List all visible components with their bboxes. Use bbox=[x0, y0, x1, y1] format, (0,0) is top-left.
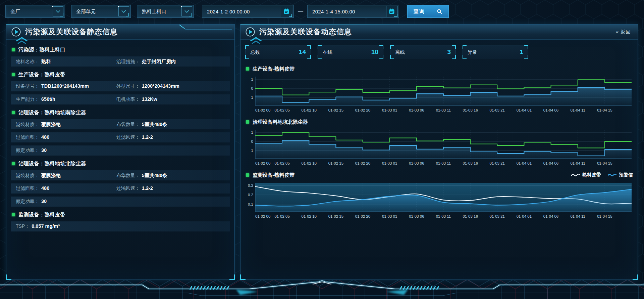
stat-label: 异常 bbox=[468, 49, 477, 55]
chart-title: 治理设备料地坑北除尘器 bbox=[253, 119, 308, 125]
corner-bracket bbox=[452, 45, 456, 49]
field-label: 物料名称： bbox=[16, 59, 39, 65]
stat-label: 离线 bbox=[395, 49, 405, 55]
section-header: 生产设备：熟料皮带 bbox=[11, 70, 230, 80]
field-value: 0.057 mg/m³ bbox=[32, 223, 60, 229]
panel-corner-bracket bbox=[240, 274, 246, 280]
select-plant[interactable]: 全厂 bbox=[5, 5, 65, 18]
green-square-icon bbox=[12, 48, 15, 51]
field-value: 132Kw bbox=[142, 96, 157, 102]
select-unit[interactable]: 全部单元 bbox=[71, 5, 131, 18]
field-label: TSP： bbox=[16, 223, 30, 229]
chart-block-monitor: 监测设备-熟料皮带熟料皮带预警信0.30.20.101-02 0001-02 0… bbox=[245, 171, 633, 220]
play-icon bbox=[245, 27, 255, 37]
svg-text:01-02 15: 01-02 15 bbox=[328, 161, 343, 165]
field-value: TDB1200*204143mm bbox=[41, 83, 89, 89]
static-panel-title: 污染源及关联设备静态信息 bbox=[25, 27, 118, 37]
svg-text:01-03 06: 01-03 06 bbox=[409, 214, 424, 218]
section-title: 治理设备：熟料地坑南除尘器 bbox=[18, 109, 86, 116]
section-title: 污染源：熟料上料口 bbox=[18, 46, 65, 53]
calendar-icon[interactable] bbox=[386, 6, 397, 17]
field-label: 额定功率： bbox=[16, 147, 39, 154]
info-cell: 滤袋材质：覆膜涤纶 bbox=[16, 172, 116, 179]
main-content: 污染源及关联设备静态信息 污染源：熟料上料口物料名称：熟料治理措施：处于封闭厂房… bbox=[6, 24, 638, 280]
svg-text:01-02 15: 01-02 15 bbox=[328, 214, 343, 218]
field-label: 过滤面积： bbox=[16, 134, 39, 140]
svg-text:01-03 11: 01-03 11 bbox=[436, 108, 451, 112]
panel-corner-bracket bbox=[633, 274, 638, 280]
field-label: 过滤面积： bbox=[16, 185, 39, 191]
info-cell: 布袋数量：5室共480条 bbox=[116, 121, 230, 128]
legend-label: 熟料皮带 bbox=[582, 172, 601, 178]
green-square-icon bbox=[12, 162, 15, 165]
info-row: 滤袋材质：覆膜涤纶布华数量：5室共480条 bbox=[11, 170, 230, 180]
svg-text:01-02 05: 01-02 05 bbox=[274, 161, 289, 165]
svg-text:01-03 01: 01-03 01 bbox=[382, 214, 397, 218]
svg-text:-1: -1 bbox=[250, 95, 253, 99]
info-cell: TSP：0.057 mg/m³ bbox=[16, 223, 116, 229]
static-panel-header: 污染源及关联设备静态信息 bbox=[6, 25, 234, 40]
legend-item[interactable]: 熟料皮带 bbox=[571, 172, 601, 178]
info-cell: 过滤面积：480 bbox=[16, 134, 116, 140]
field-label: 治理措施： bbox=[116, 59, 140, 65]
field-value: 覆膜涤纶 bbox=[41, 172, 61, 179]
info-cell: 过鸿风速：1.2-2 bbox=[116, 185, 230, 191]
select-source-value: 熟料上料口 bbox=[142, 8, 166, 15]
chevron-up-decoration bbox=[249, 37, 263, 44]
static-info-list: 污染源：熟料上料口物料名称：熟料治理措施：处于封闭厂房内生产设备：熟料皮带设备型… bbox=[6, 40, 234, 239]
stats-row: 总数14在线10离线3异常1 bbox=[245, 45, 633, 59]
date-end-value: 2024-1-4 15:00:00 bbox=[312, 9, 355, 14]
svg-text:01-04 01: 01-04 01 bbox=[517, 214, 532, 218]
field-value: 1200*204143mm bbox=[142, 83, 179, 89]
info-row: 设备型号：TDB1200*204143mm外型尺寸：1200*204143mm bbox=[11, 81, 230, 91]
stat-value: 1 bbox=[520, 48, 523, 56]
info-cell: 电机功率：132Kw bbox=[116, 96, 230, 102]
stat-abnormal: 异常1 bbox=[463, 45, 528, 59]
svg-text:01-04 11: 01-04 11 bbox=[570, 108, 585, 112]
green-square-icon bbox=[12, 73, 15, 76]
date-start-input[interactable]: 2024-1-2 00:00:00 bbox=[202, 5, 294, 18]
svg-text:01-03 16: 01-03 16 bbox=[463, 214, 478, 218]
svg-text:0.3: 0.3 bbox=[248, 183, 253, 187]
field-value: 5室共480条 bbox=[142, 121, 167, 128]
chevron-down-icon[interactable] bbox=[118, 6, 129, 16]
info-cell: 额定功率：30 bbox=[16, 147, 116, 154]
info-row: 物料名称：熟料治理措施：处于封闭厂房内 bbox=[11, 56, 230, 67]
section-title: 监测设备：熟料皮带 bbox=[18, 211, 65, 218]
query-button-label: 查询 bbox=[414, 8, 425, 15]
chevron-down-icon[interactable] bbox=[181, 6, 192, 16]
corner-bracket bbox=[524, 45, 528, 49]
info-row: 额定功率：30 bbox=[11, 197, 230, 207]
calendar-icon[interactable] bbox=[281, 6, 292, 17]
select-unit-value: 全部单元 bbox=[76, 8, 96, 15]
field-value: 480 bbox=[41, 185, 49, 191]
legend-item[interactable]: 预警信 bbox=[608, 172, 633, 178]
svg-text:0.2: 0.2 bbox=[248, 193, 253, 197]
search-icon bbox=[437, 9, 442, 14]
field-label: 滤袋材质： bbox=[16, 122, 39, 128]
select-source[interactable]: 熟料上料口 bbox=[137, 5, 194, 18]
query-button[interactable]: 查询 bbox=[407, 5, 449, 18]
svg-text:0: 0 bbox=[251, 139, 253, 143]
info-row: 额定功率：30 bbox=[11, 145, 230, 156]
svg-text:01-02 00: 01-02 00 bbox=[255, 108, 270, 112]
dynamic-info-panel: 污染源及关联设备动态信息 « 返回 总数14在线10离线3异常1 生产设备-熟料… bbox=[240, 24, 638, 280]
back-button[interactable]: « 返回 bbox=[614, 29, 633, 36]
date-end-input[interactable]: 2024-1-4 15:00:00 bbox=[307, 5, 399, 18]
corner-bracket bbox=[390, 55, 394, 59]
field-value: 1.2-2 bbox=[142, 134, 153, 140]
svg-text:01-03 21: 01-03 21 bbox=[490, 161, 505, 165]
stat-label: 总数 bbox=[250, 49, 260, 55]
svg-text:01-04 15: 01-04 15 bbox=[597, 108, 612, 112]
stat-offline: 离线3 bbox=[390, 45, 456, 59]
svg-text:0.1: 0.1 bbox=[248, 202, 253, 206]
green-square-icon bbox=[246, 67, 249, 71]
field-label: 电机功率： bbox=[116, 96, 140, 102]
chart-title-row: 监测设备-熟料皮带熟料皮带预警信 bbox=[245, 171, 633, 179]
header-notch-decoration bbox=[179, 25, 232, 30]
chart-legend: 熟料皮带预警信 bbox=[571, 172, 633, 178]
stat-value: 3 bbox=[447, 48, 451, 56]
svg-text:0: 0 bbox=[251, 86, 253, 90]
treatment-chart: 10-101-02 0001-02 0501-02 1001-02 1501-0… bbox=[245, 127, 632, 167]
chevron-down-icon[interactable] bbox=[53, 6, 63, 16]
